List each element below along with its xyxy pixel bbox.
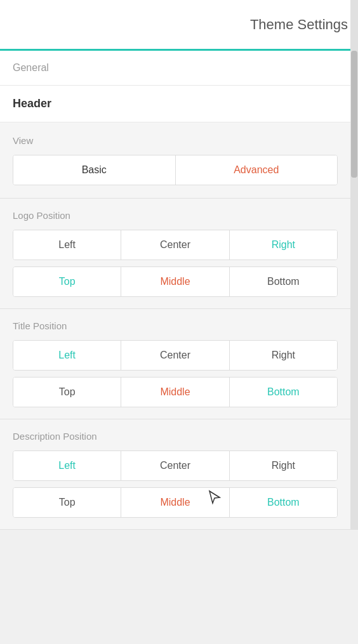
desc-top-button[interactable]: Top xyxy=(13,488,121,517)
title-row1: Left Center Right xyxy=(13,340,338,371)
desc-center-button[interactable]: Center xyxy=(121,451,229,480)
logo-right-button[interactable]: Right xyxy=(230,230,337,260)
scroll-thumb[interactable] xyxy=(351,51,357,178)
view-toggle-group: Basic Advanced xyxy=(13,155,338,185)
title-row2: Top Middle Bottom xyxy=(13,377,338,407)
title-position-label: Title Position xyxy=(13,320,338,331)
logo-row1-group: Left Center Right xyxy=(13,230,338,260)
logo-left-button[interactable]: Left xyxy=(13,230,121,260)
header-section: Header xyxy=(0,86,350,122)
content-area: General Header View Basic Advanced Logo … xyxy=(0,51,350,530)
desc-bottom-button[interactable]: Bottom xyxy=(230,488,337,517)
title-row1-group: Left Center Right xyxy=(13,340,338,371)
top-header: Theme Settings xyxy=(0,0,358,51)
logo-position-section: Logo Position Left Center Right Top Midd… xyxy=(0,199,350,309)
page-container: Theme Settings General Header View Basic… xyxy=(0,0,358,530)
title-top-button[interactable]: Top xyxy=(13,378,121,407)
general-label: General xyxy=(13,62,49,73)
description-position-label: Description Position xyxy=(13,431,338,442)
logo-row2: Top Middle Bottom xyxy=(13,266,338,297)
logo-row1: Left Center Right xyxy=(13,230,338,260)
title-center-button[interactable]: Center xyxy=(121,341,229,370)
title-bottom-button[interactable]: Bottom xyxy=(230,378,337,407)
logo-row2-group: Top Middle Bottom xyxy=(13,266,338,297)
logo-bottom-button[interactable]: Bottom xyxy=(230,267,337,296)
header-label: Header xyxy=(13,97,51,110)
logo-top-button[interactable]: Top xyxy=(13,267,121,296)
desc-right-button[interactable]: Right xyxy=(230,451,337,480)
title-row2-group: Top Middle Bottom xyxy=(13,377,338,407)
logo-center-button[interactable]: Center xyxy=(121,230,229,260)
general-section: General xyxy=(0,51,350,86)
title-right-button[interactable]: Right xyxy=(230,341,337,370)
title-middle-button[interactable]: Middle xyxy=(121,378,229,407)
logo-position-label: Logo Position xyxy=(13,210,338,221)
logo-middle-button[interactable]: Middle xyxy=(121,267,229,296)
desc-middle-button[interactable]: Middle xyxy=(121,488,229,517)
description-row1-group: Left Center Right xyxy=(13,450,338,481)
view-label: View xyxy=(13,135,338,146)
view-panel: View Basic Advanced xyxy=(0,122,350,199)
description-position-section: Description Position Left Center Right T… xyxy=(0,419,350,530)
page-title: Theme Settings xyxy=(250,16,348,33)
desc-left-button[interactable]: Left xyxy=(13,451,121,480)
description-row2: Top Middle Bottom xyxy=(13,487,338,518)
scrollbar[interactable] xyxy=(350,0,358,530)
description-row1: Left Center Right xyxy=(13,450,338,481)
basic-button[interactable]: Basic xyxy=(13,155,176,185)
advanced-button[interactable]: Advanced xyxy=(176,155,338,185)
title-position-section: Title Position Left Center Right Top Mid… xyxy=(0,309,350,419)
title-left-button[interactable]: Left xyxy=(13,341,121,370)
description-row2-group: Top Middle Bottom xyxy=(13,487,338,518)
